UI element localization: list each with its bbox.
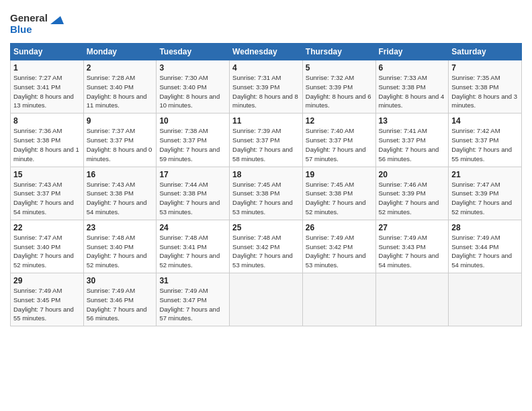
calendar-cell: 5 Sunrise: 7:32 AMSunset: 3:39 PMDayligh… bbox=[302, 60, 375, 113]
calendar-week-row: 22 Sunrise: 7:47 AMSunset: 3:40 PMDaylig… bbox=[11, 220, 522, 273]
day-info: Sunrise: 7:42 AMSunset: 3:37 PMDaylight:… bbox=[451, 127, 512, 162]
day-number: 16 bbox=[87, 170, 154, 179]
day-info: Sunrise: 7:49 AMSunset: 3:44 PMDaylight:… bbox=[451, 234, 512, 269]
day-info: Sunrise: 7:33 AMSunset: 3:38 PMDaylight:… bbox=[379, 74, 445, 109]
calendar-cell bbox=[302, 273, 375, 326]
day-number: 28 bbox=[451, 223, 519, 232]
day-number: 13 bbox=[379, 116, 446, 126]
day-number: 2 bbox=[87, 63, 154, 73]
calendar-header-wednesday: Wednesday bbox=[230, 44, 303, 60]
day-info: Sunrise: 7:31 AMSunset: 3:39 PMDaylight:… bbox=[232, 74, 298, 109]
calendar-cell: 29 Sunrise: 7:49 AMSunset: 3:45 PMDaylig… bbox=[11, 273, 84, 326]
calendar-cell: 10 Sunrise: 7:38 AMSunset: 3:37 PMDaylig… bbox=[157, 113, 230, 167]
day-number: 18 bbox=[232, 170, 300, 179]
day-info: Sunrise: 7:49 AMSunset: 3:45 PMDaylight:… bbox=[13, 287, 74, 322]
svg-marker-1 bbox=[50, 16, 64, 24]
day-number: 23 bbox=[87, 223, 154, 232]
svg-text:Blue: Blue bbox=[10, 24, 32, 35]
calendar-cell: 31 Sunrise: 7:49 AMSunset: 3:47 PMDaylig… bbox=[157, 273, 230, 326]
calendar-cell bbox=[449, 273, 522, 326]
calendar-cell: 14 Sunrise: 7:42 AMSunset: 3:37 PMDaylig… bbox=[449, 113, 522, 167]
calendar-cell bbox=[230, 273, 303, 326]
day-info: Sunrise: 7:28 AMSunset: 3:40 PMDaylight:… bbox=[87, 74, 147, 109]
day-number: 3 bbox=[159, 63, 226, 73]
calendar-cell: 15 Sunrise: 7:43 AMSunset: 3:37 PMDaylig… bbox=[11, 167, 84, 220]
day-info: Sunrise: 7:45 AMSunset: 3:38 PMDaylight:… bbox=[232, 181, 293, 216]
calendar-week-row: 1 Sunrise: 7:27 AMSunset: 3:41 PMDayligh… bbox=[11, 60, 522, 113]
day-number: 11 bbox=[232, 116, 300, 126]
calendar-week-row: 15 Sunrise: 7:43 AMSunset: 3:37 PMDaylig… bbox=[11, 167, 522, 220]
calendar-header-tuesday: Tuesday bbox=[157, 44, 230, 60]
day-info: Sunrise: 7:35 AMSunset: 3:38 PMDaylight:… bbox=[451, 74, 517, 109]
day-info: Sunrise: 7:49 AMSunset: 3:42 PMDaylight:… bbox=[306, 234, 366, 269]
calendar-cell: 4 Sunrise: 7:31 AMSunset: 3:39 PMDayligh… bbox=[230, 60, 303, 113]
day-info: Sunrise: 7:47 AMSunset: 3:39 PMDaylight:… bbox=[451, 181, 512, 216]
day-info: Sunrise: 7:44 AMSunset: 3:38 PMDaylight:… bbox=[159, 181, 220, 216]
calendar-cell: 25 Sunrise: 7:48 AMSunset: 3:42 PMDaylig… bbox=[230, 220, 303, 273]
calendar-header-saturday: Saturday bbox=[449, 44, 522, 60]
day-number: 14 bbox=[451, 116, 519, 126]
calendar-cell: 18 Sunrise: 7:45 AMSunset: 3:38 PMDaylig… bbox=[230, 167, 303, 220]
day-number: 5 bbox=[306, 63, 373, 73]
calendar-cell: 6 Sunrise: 7:33 AMSunset: 3:38 PMDayligh… bbox=[375, 60, 449, 113]
day-info: Sunrise: 7:48 AMSunset: 3:42 PMDaylight:… bbox=[232, 234, 293, 269]
calendar-cell: 3 Sunrise: 7:30 AMSunset: 3:40 PMDayligh… bbox=[157, 60, 230, 113]
calendar-week-row: 29 Sunrise: 7:49 AMSunset: 3:45 PMDaylig… bbox=[11, 273, 522, 326]
calendar-cell: 24 Sunrise: 7:48 AMSunset: 3:41 PMDaylig… bbox=[157, 220, 230, 273]
day-info: Sunrise: 7:47 AMSunset: 3:40 PMDaylight:… bbox=[13, 234, 74, 269]
day-info: Sunrise: 7:32 AMSunset: 3:39 PMDaylight:… bbox=[306, 74, 371, 109]
calendar-cell: 7 Sunrise: 7:35 AMSunset: 3:38 PMDayligh… bbox=[449, 60, 522, 113]
calendar-cell: 22 Sunrise: 7:47 AMSunset: 3:40 PMDaylig… bbox=[11, 220, 84, 273]
calendar-table: SundayMondayTuesdayWednesdayThursdayFrid… bbox=[10, 43, 522, 326]
calendar-cell: 21 Sunrise: 7:47 AMSunset: 3:39 PMDaylig… bbox=[449, 167, 522, 220]
day-number: 20 bbox=[379, 170, 446, 179]
calendar-cell: 20 Sunrise: 7:46 AMSunset: 3:39 PMDaylig… bbox=[375, 167, 449, 220]
day-number: 8 bbox=[13, 116, 81, 126]
day-info: Sunrise: 7:49 AMSunset: 3:43 PMDaylight:… bbox=[379, 234, 439, 269]
day-info: Sunrise: 7:36 AMSunset: 3:38 PMDaylight:… bbox=[13, 127, 79, 162]
calendar-header-monday: Monday bbox=[83, 44, 157, 60]
calendar-header-sunday: Sunday bbox=[11, 44, 84, 60]
day-number: 1 bbox=[13, 63, 81, 73]
day-info: Sunrise: 7:49 AMSunset: 3:46 PMDaylight:… bbox=[87, 287, 147, 322]
calendar-cell: 27 Sunrise: 7:49 AMSunset: 3:43 PMDaylig… bbox=[375, 220, 449, 273]
day-info: Sunrise: 7:43 AMSunset: 3:37 PMDaylight:… bbox=[13, 181, 74, 216]
page-container: General Blue SundayMondayTuesdayWednesda… bbox=[0, 0, 532, 411]
day-number: 30 bbox=[87, 276, 154, 285]
day-info: Sunrise: 7:48 AMSunset: 3:40 PMDaylight:… bbox=[87, 234, 147, 269]
calendar-header-thursday: Thursday bbox=[302, 44, 375, 60]
calendar-cell: 28 Sunrise: 7:49 AMSunset: 3:44 PMDaylig… bbox=[449, 220, 522, 273]
day-number: 10 bbox=[159, 116, 226, 126]
calendar-header-row: SundayMondayTuesdayWednesdayThursdayFrid… bbox=[11, 44, 522, 60]
day-number: 24 bbox=[159, 223, 226, 232]
day-info: Sunrise: 7:49 AMSunset: 3:47 PMDaylight:… bbox=[159, 287, 220, 322]
day-info: Sunrise: 7:40 AMSunset: 3:37 PMDaylight:… bbox=[306, 127, 366, 162]
day-info: Sunrise: 7:45 AMSunset: 3:38 PMDaylight:… bbox=[306, 181, 366, 216]
calendar-cell: 16 Sunrise: 7:43 AMSunset: 3:38 PMDaylig… bbox=[83, 167, 157, 220]
day-number: 26 bbox=[306, 223, 373, 232]
calendar-cell: 1 Sunrise: 7:27 AMSunset: 3:41 PMDayligh… bbox=[11, 60, 84, 113]
day-info: Sunrise: 7:41 AMSunset: 3:37 PMDaylight:… bbox=[379, 127, 439, 162]
calendar-cell: 11 Sunrise: 7:39 AMSunset: 3:37 PMDaylig… bbox=[230, 113, 303, 167]
day-number: 9 bbox=[87, 116, 154, 126]
day-number: 15 bbox=[13, 170, 81, 179]
calendar-cell: 17 Sunrise: 7:44 AMSunset: 3:38 PMDaylig… bbox=[157, 167, 230, 220]
calendar-cell: 9 Sunrise: 7:37 AMSunset: 3:37 PMDayligh… bbox=[83, 113, 157, 167]
day-number: 29 bbox=[13, 276, 81, 285]
header: General Blue bbox=[10, 7, 522, 39]
day-number: 25 bbox=[232, 223, 300, 232]
day-number: 31 bbox=[159, 276, 226, 285]
day-info: Sunrise: 7:30 AMSunset: 3:40 PMDaylight:… bbox=[159, 74, 220, 109]
logo: General Blue bbox=[10, 9, 71, 39]
day-number: 19 bbox=[306, 170, 373, 179]
calendar-cell: 30 Sunrise: 7:49 AMSunset: 3:46 PMDaylig… bbox=[83, 273, 157, 326]
day-number: 12 bbox=[306, 116, 373, 126]
day-number: 22 bbox=[13, 223, 81, 232]
calendar-week-row: 8 Sunrise: 7:36 AMSunset: 3:38 PMDayligh… bbox=[11, 113, 522, 167]
day-number: 6 bbox=[379, 63, 446, 73]
calendar-cell: 23 Sunrise: 7:48 AMSunset: 3:40 PMDaylig… bbox=[83, 220, 157, 273]
day-info: Sunrise: 7:46 AMSunset: 3:39 PMDaylight:… bbox=[379, 181, 439, 216]
calendar-cell: 13 Sunrise: 7:41 AMSunset: 3:37 PMDaylig… bbox=[375, 113, 449, 167]
calendar-header-friday: Friday bbox=[375, 44, 449, 60]
svg-text:General: General bbox=[10, 12, 48, 24]
